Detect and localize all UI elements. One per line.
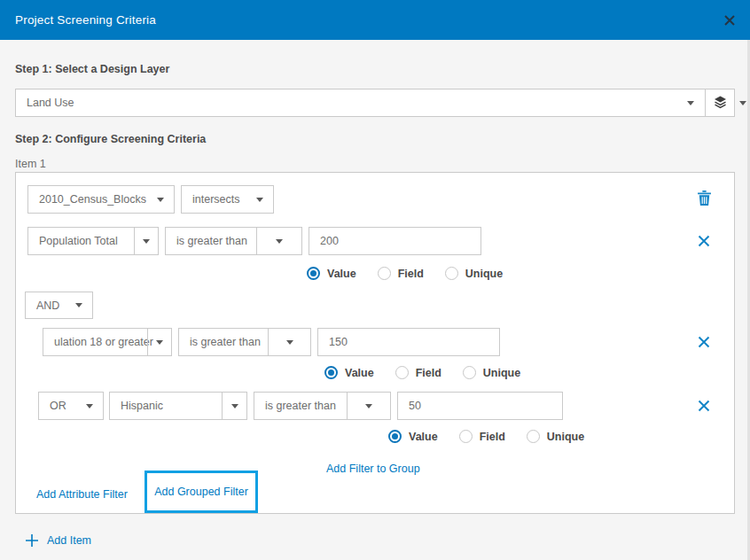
radio-value-selected[interactable]: [307, 267, 320, 280]
filter3-value-input[interactable]: [397, 392, 563, 420]
dialog-header: Project Screening Criteria: [0, 0, 750, 40]
close-icon: [723, 14, 736, 27]
group-logic-value: AND: [26, 299, 59, 312]
filter3-operator-select[interactable]: is greater than: [254, 392, 391, 420]
filter1-remove-button[interactable]: [693, 230, 715, 252]
radio-unique-label: Unique: [483, 367, 520, 379]
radio-value-selected[interactable]: [388, 430, 402, 443]
item-label: Item 1: [15, 158, 46, 170]
chevron-down-icon: [739, 101, 746, 105]
add-item-button[interactable]: Add Item: [25, 533, 91, 548]
step1-label: Step 1: Select a Design Layer: [15, 63, 169, 75]
chevron-down-icon: [365, 404, 372, 408]
chevron-down-icon: [231, 404, 238, 408]
radio-unique[interactable]: [527, 430, 540, 443]
trash-icon: [698, 191, 711, 206]
spatial-relation-value: intersects: [182, 193, 240, 206]
filter1-operator-value: is greater than: [166, 235, 247, 247]
group-logic-select[interactable]: AND: [25, 292, 93, 319]
step2-label: Step 2: Configure Screening Criteria: [15, 133, 206, 145]
add-attribute-filter-link[interactable]: Add Attribute Filter: [36, 488, 128, 501]
radio-field[interactable]: [459, 430, 473, 443]
radio-unique[interactable]: [463, 366, 476, 379]
add-grouped-filter-link[interactable]: Add Grouped Filter: [154, 486, 248, 498]
chevron-down-icon: [687, 101, 694, 105]
chevron-down-icon: [276, 239, 283, 244]
plus-icon: [25, 533, 39, 548]
filter3-logic-select[interactable]: OR: [38, 392, 104, 420]
filter3-mode-radios: Value Field Unique: [388, 430, 605, 443]
filter3-operator-value: is greater than: [254, 400, 336, 412]
chevron-down-icon: [156, 340, 163, 345]
filter3-field-value: Hispanic: [110, 400, 163, 412]
radio-field[interactable]: [395, 366, 409, 379]
filter3-field-dropdown-button[interactable]: [223, 393, 246, 419]
filter2-field-select[interactable]: ulation 18 or greater: [43, 328, 172, 356]
filter1-field-dropdown-button[interactable]: [135, 228, 158, 254]
delete-item-button[interactable]: [693, 187, 715, 208]
radio-unique-label: Unique: [547, 431, 584, 443]
remove-icon: [698, 336, 710, 348]
add-item-label: Add Item: [47, 534, 91, 547]
filter2-remove-button[interactable]: [693, 331, 715, 353]
filter1-mode-radios: Value Field Unique: [307, 267, 524, 280]
radio-value-label: Value: [409, 431, 438, 443]
remove-icon: [698, 235, 710, 247]
chevron-down-icon: [256, 198, 263, 202]
item-panel: 2010_Census_Blocks intersects Population…: [15, 172, 735, 514]
filter3-logic-value: OR: [39, 400, 66, 412]
filter2-operator-dropdown-button[interactable]: [269, 329, 310, 355]
target-layer-value: 2010_Census_Blocks: [28, 193, 146, 206]
filter1-operator-select[interactable]: is greater than: [165, 227, 302, 255]
radio-unique-label: Unique: [465, 268, 503, 280]
filter1-value-input[interactable]: [309, 227, 481, 255]
filter2-field-value: ulation 18 or greater: [43, 336, 153, 348]
chevron-down-icon: [157, 198, 164, 202]
chevron-down-icon: [286, 340, 293, 345]
layers-button[interactable]: [706, 89, 735, 116]
radio-value-label: Value: [327, 268, 356, 280]
radio-unique[interactable]: [445, 267, 458, 280]
design-layer-value: Land Use: [16, 97, 74, 109]
add-grouped-filter-focus-ring: Add Grouped Filter: [145, 471, 258, 513]
spatial-relation-select[interactable]: intersects: [181, 185, 274, 214]
project-screening-criteria-dialog: Project Screening Criteria Step 1: Selec…: [0, 0, 750, 560]
add-filter-to-group-link[interactable]: Add Filter to Group: [326, 463, 420, 475]
chevron-down-icon: [86, 404, 93, 408]
chevron-down-icon: [75, 303, 82, 307]
filter1-operator-dropdown-button[interactable]: [257, 228, 301, 254]
radio-field-label: Field: [416, 367, 441, 379]
filter3-remove-button[interactable]: [693, 395, 715, 416]
filter3-operator-dropdown-button[interactable]: [348, 393, 390, 419]
design-layer-dropdown-button[interactable]: [676, 89, 705, 116]
filter2-field-dropdown-button[interactable]: [148, 329, 171, 355]
remove-icon: [698, 400, 710, 412]
radio-value-label: Value: [345, 367, 374, 379]
radio-field[interactable]: [378, 267, 391, 280]
filter1-field-value: Population Total: [28, 235, 118, 247]
target-layer-select[interactable]: 2010_Census_Blocks: [27, 185, 175, 214]
close-button[interactable]: [720, 11, 739, 30]
layers-icon: [713, 96, 728, 110]
filter2-operator-value: is greater than: [179, 336, 261, 348]
design-layer-select[interactable]: Land Use: [15, 89, 735, 117]
chevron-down-icon: [143, 239, 150, 244]
dialog-title: Project Screening Criteria: [15, 13, 156, 27]
radio-value-selected[interactable]: [324, 366, 338, 379]
filter2-operator-select[interactable]: is greater than: [178, 328, 311, 356]
filter2-value-input[interactable]: [317, 328, 500, 356]
filter1-field-select[interactable]: Population Total: [27, 227, 159, 255]
layers-dropdown-button[interactable]: [735, 89, 750, 116]
filter2-mode-radios: Value Field Unique: [324, 366, 542, 379]
radio-field-label: Field: [398, 268, 424, 280]
radio-field-label: Field: [480, 431, 505, 443]
filter3-field-select[interactable]: Hispanic: [109, 392, 247, 420]
